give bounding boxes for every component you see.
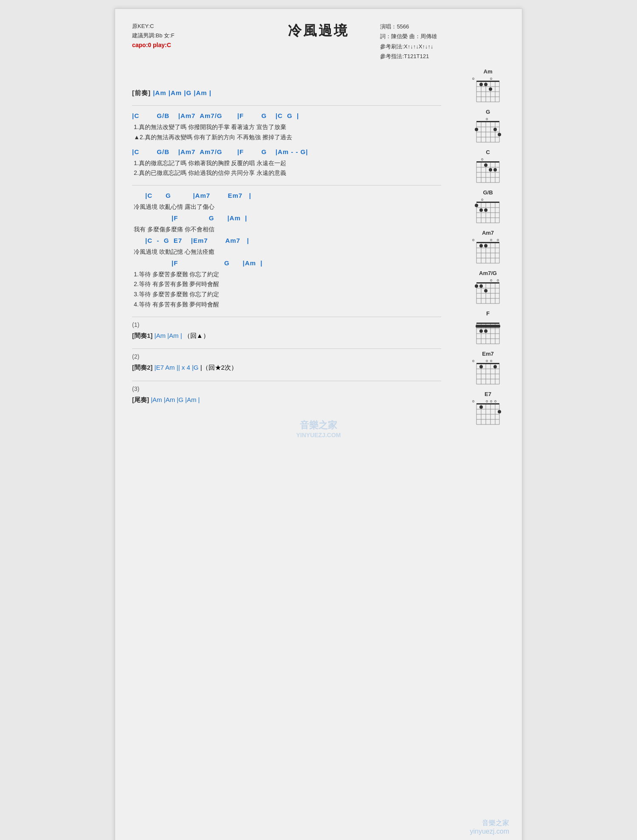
svg-text:o: o [472,359,474,363]
interlude2-chords: |E7 Am || x 4 [155,364,190,371]
outro-section: (3) [尾奏] |Am |Am |G |Am | [132,385,441,406]
watermark-site-name: 音樂之家 [470,819,509,828]
svg-rect-110 [476,363,499,364]
svg-rect-2 [476,81,499,82]
interlude1-chords: |Am |Am | [155,332,182,339]
svg-text:o: o [486,399,488,403]
svg-point-29 [493,128,497,131]
svg-point-122 [493,365,497,368]
svg-point-90 [475,284,478,288]
svg-point-45 [493,168,497,171]
outro-paren: (3) [132,385,441,392]
svg-text:o: o [481,157,483,161]
svg-rect-64 [476,242,499,243]
svg-text:o: o [490,76,492,81]
chord-GB: G/B o [458,189,518,225]
chord-C-label: C [486,149,490,155]
interlude2-g: |G [192,364,199,371]
interlude1-repeat: （回▲） [184,332,209,339]
svg-point-91 [479,284,483,288]
chord-E7-svg: o o o o [470,398,506,427]
v1c4: |F G |Am - - G| [237,148,308,155]
chord-Am7-label: Am7 [482,230,494,236]
verse1-chords-row1: |C G/B |Am7 Am7/G |F G |C G | [132,110,441,121]
chord-GB-label: G/B [483,189,493,196]
outro-chords: |Am |Am |G |Am | [151,396,200,403]
chord-F-label: F [486,310,490,317]
svg-point-105 [479,329,483,333]
chord-C: C o [458,149,518,185]
chorus-lyric4a: 1.等待 多麼苦多麼難 你忘了約定 [134,270,441,280]
chord-Am7G: Am7/G o o [458,270,518,306]
svg-point-76 [484,244,488,247]
credits: 詞：陳信榮 曲：周傳雄 [380,31,437,41]
svg-rect-79 [476,282,499,284]
svg-text:o: o [490,359,492,363]
chord-GB-svg: o [470,197,506,225]
chord-Em7: Em7 o o o [458,351,518,387]
chord-Am7-svg: o o o [470,237,506,266]
interlude1-section: (1) [間奏1] |Am |Am | （回▲） [132,321,441,342]
meta-right: 演唱：5566 詞：陳信榮 曲：周傳雄 參考刷法:X↑↓↑↓X↑↓↑↓ 參考指法… [380,22,437,62]
svg-rect-104 [476,325,500,328]
chord-Am: Am o o [458,68,518,104]
svg-point-59 [479,208,483,212]
chord-Am7: Am7 o o o [458,230,518,266]
svg-point-43 [484,163,488,167]
svg-text:o: o [497,238,499,242]
verse1-lyric1b: ▲2.真的無法再改變嗎 你有了新的方向 不再勉強 擦掉了過去 [134,132,441,143]
svg-rect-47 [476,202,499,203]
chord-G: G o [458,109,518,145]
prelude-bracket: [前奏] [132,89,151,96]
svg-text:o: o [481,197,483,202]
watermark-bottom: 音樂之家 yinyuezj.com [470,819,509,835]
content-area: [前奏] |Am |Am |G |Am | |C G/B |Am7 Am7/G … [132,87,441,406]
singer: 演唱：5566 [380,22,437,31]
svg-point-75 [479,244,483,247]
outro-line: [尾奏] |Am |Am |G |Am | [132,394,441,406]
song-title: 冷風過境 [132,22,505,40]
chorus-chords2: |F G |Am | [132,212,441,224]
chorus-lyric4c: 3.等待 多麼苦多麼難 你忘了約定 [134,289,441,300]
svg-text:o: o [497,278,499,282]
chord-Am-label: Am [484,68,493,75]
v1c3: |C G/B |Am7 Am7/G [132,148,223,155]
verse1-lyric2b: 2.真的已徹底忘記嗎 你給過我的信仰 共同分享 永遠的意義 [134,168,441,178]
interlude2-line: [間奏2] |E7 Am || x 4 |G |（回★2次） [132,362,441,374]
interlude1-paren: (1) [132,321,441,328]
verse1-chords-row2: |C G/B |Am7 Am7/G |F G |Am - - G| [132,146,441,157]
svg-text:o: o [472,76,474,81]
chord-Am7G-svg: o o [470,277,506,306]
interlude1-bracket: [間奏1] [132,332,152,339]
chord-E7-label: E7 [485,391,491,397]
outro-bracket: [尾奏] [132,396,149,403]
chord-diagrams-panel: Am o o [458,68,518,427]
svg-point-15 [489,87,492,91]
svg-text:o: o [472,399,474,403]
watermark-url: yinyuezj.com [470,828,509,835]
chorus-chords3: |C - G E7 |Em7 Am7 | [132,235,441,246]
prelude-chords: |Am |Am |G |Am | [153,89,211,96]
svg-text:o: o [490,238,492,242]
interlude1-line: [間奏1] |Am |Am | （回▲） [132,330,441,342]
svg-point-13 [479,83,483,86]
svg-text:o: o [490,399,492,403]
svg-point-121 [479,365,483,368]
svg-rect-17 [476,121,499,122]
v1c1: |C G/B |Am7 Am7/G [132,112,223,119]
chord-G-label: G [486,109,490,115]
divider5 [132,381,441,381]
verse1-lyric2a: 1.真的徹底忘記了嗎 你賴著我的胸膛 反覆的唱 永遠在一起 [134,158,441,169]
svg-rect-93 [476,323,499,324]
prelude-line: [前奏] |Am |Am |G |Am | [132,87,441,98]
verse1-section: |C G/B |Am7 Am7/G |F G |C G | 1.真的無法改變了嗎… [132,110,441,178]
chorus-lyric4d: 4.等待 有多苦有多難 夢何時會醒 [134,300,441,310]
svg-text:o: o [490,278,492,282]
chord-Am7G-label: Am7/G [479,270,497,276]
svg-text:o: o [494,399,496,403]
watermark-center: 音樂之家 YINYUEZJ.COM [296,419,341,438]
divider1 [132,105,441,106]
main-page: 冷風過境 原KEY:C 建議男調:Bb 女:F capo:0 play:C 演唱… [115,8,522,840]
suggest-key: 建議男調:Bb 女:F [132,31,175,40]
interlude2-paren: (2) [132,353,441,360]
